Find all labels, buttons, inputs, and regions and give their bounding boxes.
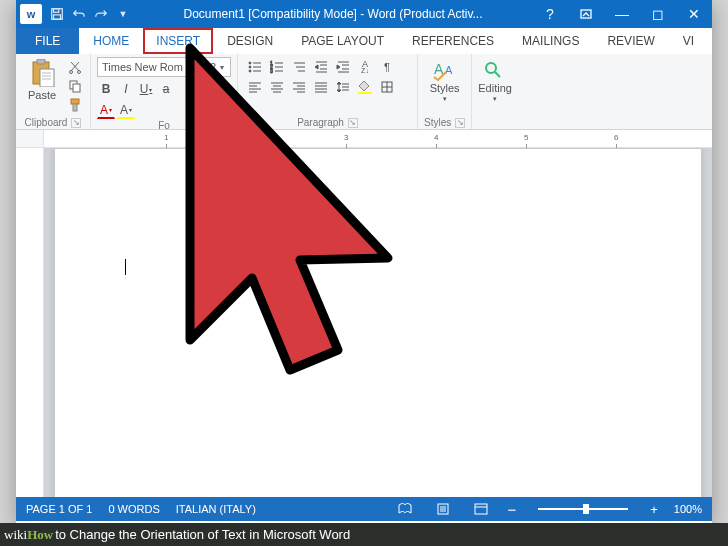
word-count[interactable]: 0 WORDS bbox=[108, 503, 159, 515]
styles-button[interactable]: AA Styles ▾ bbox=[424, 57, 465, 103]
minimize-button[interactable]: — bbox=[604, 0, 640, 28]
group-clipboard: Paste Clipboard↘ bbox=[16, 54, 91, 129]
svg-rect-3 bbox=[581, 10, 591, 18]
word-window: w ▼ Document1 [Compatibility Mode] - Wor… bbox=[16, 0, 712, 523]
ruler-tick: 2 bbox=[254, 133, 258, 142]
tab-review[interactable]: REVIEW bbox=[593, 28, 668, 54]
document-area bbox=[16, 148, 712, 497]
tab-page-layout[interactable]: PAGE LAYOUT bbox=[287, 28, 398, 54]
ruler-tick: 6 bbox=[614, 133, 618, 142]
close-button[interactable]: ✕ bbox=[676, 0, 712, 28]
tab-references[interactable]: REFERENCES bbox=[398, 28, 508, 54]
tab-file[interactable]: FILE bbox=[16, 28, 79, 54]
window-title: Document1 [Compatibility Mode] - Word (P… bbox=[134, 7, 532, 21]
group-font: Times New Rom▾ 12▾ B I U▾ a A▾ A▾ Fo bbox=[91, 54, 238, 129]
tab-mailings[interactable]: MAILINGS bbox=[508, 28, 593, 54]
svg-marker-33 bbox=[315, 65, 318, 69]
underline-glyph: U bbox=[140, 82, 149, 96]
sort-button[interactable]: AZ↓ bbox=[354, 57, 376, 77]
font-color-glyph: A bbox=[100, 103, 108, 117]
qat-dropdown-icon[interactable]: ▼ bbox=[113, 4, 133, 24]
paste-label: Paste bbox=[28, 89, 56, 101]
document-page[interactable] bbox=[54, 148, 702, 497]
horizontal-ruler[interactable]: 1 2 3 4 5 6 bbox=[44, 130, 712, 147]
ribbon-display-button[interactable] bbox=[568, 0, 604, 28]
font-size-select[interactable]: 12▾ bbox=[199, 57, 231, 77]
svg-marker-38 bbox=[337, 65, 340, 69]
svg-point-10 bbox=[70, 71, 73, 74]
clipboard-icon bbox=[29, 59, 55, 87]
font-color-button[interactable]: A▾ bbox=[97, 101, 115, 119]
tab-design[interactable]: DESIGN bbox=[213, 28, 287, 54]
styles-icon: AA bbox=[432, 59, 458, 81]
zoom-slider[interactable] bbox=[538, 508, 628, 510]
svg-rect-1 bbox=[54, 9, 59, 13]
copy-button[interactable] bbox=[66, 78, 84, 94]
underline-button[interactable]: U▾ bbox=[137, 80, 155, 98]
styles-label: Styles bbox=[424, 117, 451, 128]
italic-button[interactable]: I bbox=[117, 80, 135, 98]
ruler-row: 1 2 3 4 5 6 bbox=[16, 130, 712, 148]
show-marks-button[interactable]: ¶ bbox=[376, 57, 398, 77]
tab-home[interactable]: HOME bbox=[79, 28, 143, 54]
bold-button[interactable]: B bbox=[97, 80, 115, 98]
svg-point-20 bbox=[249, 70, 251, 72]
borders-button[interactable] bbox=[376, 77, 398, 97]
align-right-button[interactable] bbox=[288, 77, 310, 97]
align-left-button[interactable] bbox=[244, 77, 266, 97]
multilevel-button[interactable] bbox=[288, 57, 310, 77]
undo-icon[interactable] bbox=[69, 4, 89, 24]
print-layout-button[interactable] bbox=[432, 499, 454, 519]
align-center-button[interactable] bbox=[266, 77, 288, 97]
group-styles: AA Styles ▾ Styles↘ bbox=[418, 54, 472, 129]
increase-indent-button[interactable] bbox=[332, 57, 354, 77]
page-indicator[interactable]: PAGE 1 OF 1 bbox=[26, 503, 92, 515]
editing-btn-label: Editing bbox=[478, 82, 512, 94]
editing-button[interactable]: Editing ▾ bbox=[478, 57, 512, 103]
svg-point-11 bbox=[78, 71, 81, 74]
styles-launcher[interactable]: ↘ bbox=[455, 118, 465, 128]
zoom-in-button[interactable]: + bbox=[650, 502, 658, 517]
font-name-select[interactable]: Times New Rom▾ bbox=[97, 57, 197, 77]
format-painter-button[interactable] bbox=[66, 97, 84, 113]
help-button[interactable]: ? bbox=[532, 0, 568, 28]
clipboard-launcher[interactable]: ↘ bbox=[71, 118, 81, 128]
bullets-button[interactable] bbox=[244, 57, 266, 77]
word-icon: w bbox=[20, 4, 42, 24]
page-surface[interactable] bbox=[44, 148, 712, 497]
decrease-indent-button[interactable] bbox=[310, 57, 332, 77]
svg-text:3: 3 bbox=[270, 68, 273, 74]
svg-point-16 bbox=[249, 62, 251, 64]
redo-icon[interactable] bbox=[91, 4, 111, 24]
strike-button[interactable]: a bbox=[157, 80, 175, 98]
cut-button[interactable] bbox=[66, 59, 84, 75]
justify-button[interactable] bbox=[310, 77, 332, 97]
highlight-button[interactable]: A▾ bbox=[117, 101, 135, 119]
zoom-percent[interactable]: 100% bbox=[674, 503, 702, 515]
zoom-out-button[interactable]: − bbox=[508, 501, 517, 518]
tab-view-partial[interactable]: VI bbox=[669, 28, 708, 54]
ruler-tick: 4 bbox=[434, 133, 438, 142]
vertical-ruler[interactable] bbox=[16, 148, 44, 497]
language-indicator[interactable]: ITALIAN (ITALY) bbox=[176, 503, 256, 515]
read-mode-button[interactable] bbox=[394, 499, 416, 519]
line-spacing-button[interactable] bbox=[332, 77, 354, 97]
wikihow-caption: wikiHow to Change the Orientation of Tex… bbox=[0, 523, 728, 546]
save-icon[interactable] bbox=[47, 4, 67, 24]
numbering-button[interactable]: 123 bbox=[266, 57, 288, 77]
styles-btn-label: Styles bbox=[430, 82, 460, 94]
paragraph-launcher[interactable]: ↘ bbox=[348, 118, 358, 128]
title-bar: w ▼ Document1 [Compatibility Mode] - Wor… bbox=[16, 0, 712, 28]
maximize-button[interactable]: ◻ bbox=[640, 0, 676, 28]
shading-button[interactable] bbox=[354, 77, 376, 97]
svg-rect-61 bbox=[358, 92, 372, 94]
paragraph-label: Paragraph bbox=[297, 117, 344, 128]
svg-point-18 bbox=[249, 66, 251, 68]
paste-button[interactable]: Paste bbox=[22, 57, 62, 116]
how-text: How bbox=[27, 527, 53, 543]
web-layout-button[interactable] bbox=[470, 499, 492, 519]
tab-insert[interactable]: INSERT bbox=[143, 28, 213, 54]
ruler-tick: 1 bbox=[164, 133, 168, 142]
svg-rect-14 bbox=[71, 99, 79, 104]
font-size-value: 12 bbox=[204, 61, 216, 73]
